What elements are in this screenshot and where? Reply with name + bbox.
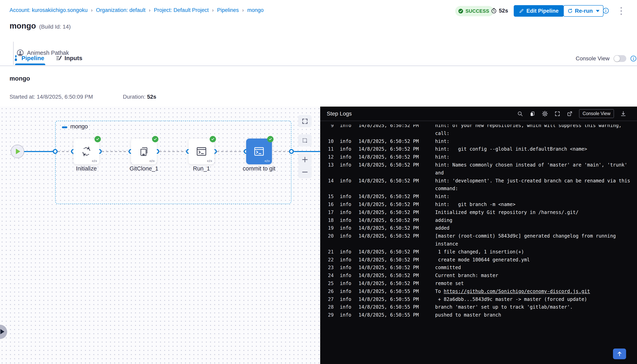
inputs-icon (56, 55, 62, 61)
step-label: Run_1 (173, 165, 230, 172)
breadcrumb-separator: › (91, 7, 92, 13)
step-success-badge (152, 136, 158, 142)
pipeline-step-gitclone_1[interactable]: </> (131, 138, 157, 164)
tab-inputs[interactable]: Inputs (56, 55, 82, 62)
status-badge: SUCCESS (455, 6, 494, 16)
log-line: 10info14/8/2025, 6:50:52 PMhint: (320, 137, 637, 145)
rerun-icon (567, 8, 573, 14)
scroll-to-top-button[interactable] (613, 348, 626, 359)
breadcrumb-link[interactable]: Organization: default (96, 7, 146, 13)
terminal-icon (195, 145, 208, 158)
download-icon[interactable] (620, 111, 626, 117)
repo-icon (138, 145, 150, 158)
log-line: 26info14/8/2025, 6:50:55 PMTo https://gi… (320, 288, 637, 295)
log-line: 24info14/8/2025, 6:50:52 PMCurrent branc… (320, 272, 637, 280)
connector-port (289, 149, 294, 154)
code-icon: </> (264, 159, 270, 163)
edge-solid (294, 151, 320, 152)
edge-dashed (274, 151, 289, 152)
console-view-button[interactable]: Console View (579, 109, 614, 118)
log-line: 18info14/8/2025, 6:50:52 PMadding (320, 216, 637, 224)
tab-pipeline[interactable]: Pipeline (13, 55, 44, 62)
expand-panel-handle[interactable] (0, 325, 7, 339)
open-in-new-icon[interactable] (567, 111, 573, 117)
edge-dashed (159, 151, 186, 152)
log-output[interactable]: 9info14/8/2025, 6:50:52 PMhint: of your … (320, 125, 637, 364)
build-id: (Build Id: 14) (39, 24, 71, 30)
stage-group-label: mongo (70, 123, 88, 130)
search-icon[interactable] (517, 111, 523, 117)
code-icon: </> (207, 159, 212, 163)
copy-icon[interactable] (530, 111, 535, 117)
fit-view-icon (302, 118, 308, 125)
edge-dashed (217, 151, 244, 152)
log-line: 15info14/8/2025, 6:50:52 PMhint: (320, 192, 637, 200)
fullscreen-icon[interactable] (554, 111, 560, 117)
rerun-label: Re-run (575, 8, 593, 14)
breadcrumb-link[interactable]: mongo (247, 7, 264, 13)
step-label: commit to git (230, 165, 288, 172)
zoom-in-button[interactable] (298, 153, 312, 166)
breadcrumb-link[interactable]: Project: Default Project (154, 7, 209, 13)
log-line: 28info14/8/2025, 6:50:55 PMbranch 'maste… (320, 303, 637, 311)
log-line: 12info14/8/2025, 6:50:52 PMhint: (320, 153, 637, 161)
step-logs-title: Step Logs (327, 110, 352, 117)
duration-value: 52s (499, 8, 508, 14)
minus-icon (301, 168, 308, 176)
check-icon (268, 137, 272, 141)
log-line: 17info14/8/2025, 6:50:52 PMInitialized e… (320, 208, 637, 216)
zoom-to-fit-button[interactable] (298, 115, 312, 127)
selection-mode-button[interactable] (298, 134, 312, 146)
stage-meta: Started at: 14/8/2025, 6:50:09 PM Durati… (10, 94, 188, 100)
rerun-button[interactable]: Re-run (563, 5, 604, 17)
zoom-out-button[interactable] (298, 166, 312, 178)
step-label: GitClone_1 (115, 165, 173, 172)
info-icon[interactable] (603, 8, 609, 14)
log-line: instance (320, 240, 637, 248)
step-label: Initialize (58, 165, 115, 172)
log-line: 23info14/8/2025, 6:50:52 PMcommitted (320, 264, 637, 272)
more-options-menu[interactable] (620, 6, 623, 16)
log-line: 25info14/8/2025, 6:50:52 PMremote set (320, 280, 637, 288)
pipeline-start-node[interactable] (11, 145, 24, 158)
pipeline-step-commit-to-git[interactable]: </> (246, 138, 272, 164)
step-logs-panel: Step Logs Console View 9info14/8/2025, 6… (320, 106, 637, 364)
step-success-badge (210, 136, 216, 142)
tab-pipeline-label: Pipeline (22, 55, 44, 62)
log-line: 16info14/8/2025, 6:50:52 PMhint: git bra… (320, 200, 637, 208)
pipeline-step-run_1[interactable]: </> (188, 138, 214, 164)
settings-gear-icon[interactable] (542, 110, 548, 117)
log-line: command: (320, 184, 637, 192)
pipeline-icon (13, 55, 19, 61)
log-line: 21info14/8/2025, 6:50:52 PM 1 file chang… (320, 248, 637, 256)
edge-dashed (58, 151, 71, 152)
pipeline-canvas[interactable]: mongo </>Initialize</>GitClone_1</>Run_1… (0, 106, 320, 364)
log-line: 27info14/8/2025, 6:50:55 PM + 82a6dbb...… (320, 295, 637, 303)
breadcrumb-separator: › (212, 7, 214, 13)
breadcrumb-separator: › (242, 7, 244, 13)
log-line: 29info14/8/2025, 6:50:55 PMpushed to mas… (320, 311, 637, 319)
log-line: 19info14/8/2025, 6:50:52 PMadded (320, 224, 637, 232)
check-icon (153, 137, 157, 141)
status-text: SUCCESS (466, 8, 489, 14)
arrow-up-icon (616, 351, 622, 357)
breadcrumb-link[interactable]: Account: kurosakiichigo.songoku (10, 7, 88, 13)
expand-arrow-icon (0, 329, 4, 334)
breadcrumb-separator: › (149, 7, 150, 13)
edit-pipeline-button[interactable]: Edit Pipeline (514, 5, 564, 17)
check-icon (96, 137, 100, 141)
pipeline-step-initialize[interactable]: </> (74, 138, 99, 164)
breadcrumb-link[interactable]: Pipelines (217, 7, 239, 13)
terminal-icon (253, 145, 265, 158)
selection-icon (302, 137, 308, 144)
console-view-toggle[interactable] (614, 55, 626, 62)
collapse-stage-icon[interactable] (62, 126, 67, 128)
connector-port (53, 149, 58, 154)
log-line: 13info14/8/2025, 6:50:52 PMhint: Names c… (320, 161, 637, 169)
step-success-badge (267, 136, 274, 142)
info-icon[interactable] (630, 55, 636, 62)
code-icon: </> (149, 159, 155, 163)
edge-solid (24, 151, 55, 152)
success-check-icon (458, 8, 464, 14)
log-link[interactable]: https://github.com/Sonichigo/economy-dis… (444, 288, 590, 294)
